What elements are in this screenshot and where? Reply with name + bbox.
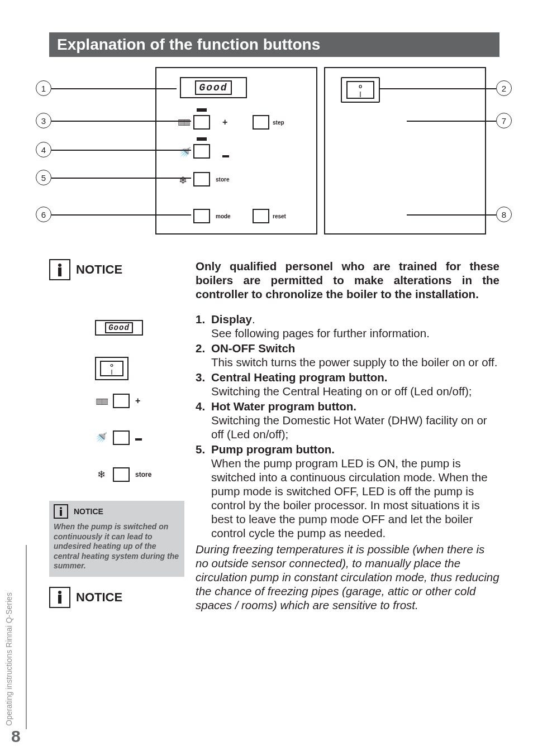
notice-label-top: NOTICE xyxy=(76,262,122,277)
notice-block-bottom: NOTICE xyxy=(49,587,184,608)
tap-icon: 🚿 xyxy=(179,146,191,159)
notice-block-top: NOTICE xyxy=(49,259,184,280)
mini-pump-row: ❄ store xyxy=(95,467,184,496)
leader-6 xyxy=(51,214,191,216)
mini-pump-button xyxy=(113,467,130,482)
control-panel-left: Good ▥▥ + step 🚿 ❄ store mode reset xyxy=(155,67,317,235)
leader-7 xyxy=(407,121,496,122)
switch-bottom-glyph: | xyxy=(360,91,361,97)
mini-store-label: store xyxy=(135,471,151,479)
callout-7: 7 xyxy=(496,113,512,128)
item-desc: When the pump program LED is ON, the pum… xyxy=(211,456,499,540)
item-number: 4. xyxy=(196,399,211,413)
item-title: Hot Water program button. xyxy=(211,400,356,413)
list-item: 3.Central Heating program button. Switch… xyxy=(196,370,499,398)
power-switch-face: o | xyxy=(346,81,374,99)
item-title: Central Heating program button. xyxy=(211,371,387,384)
mini-switch: o | xyxy=(95,357,184,386)
mini-lcd-text: Good xyxy=(105,322,133,333)
page-number: 8 xyxy=(11,727,21,746)
callout-8: 8 xyxy=(496,207,512,222)
callout-6: 6 xyxy=(36,207,51,222)
leader-5 xyxy=(51,178,191,179)
notice-label-bottom: NOTICE xyxy=(76,590,122,605)
lcd-display: Good xyxy=(180,77,247,98)
leader-4 xyxy=(51,150,191,151)
freeze-note: During freezing temperatures it is possi… xyxy=(196,542,499,612)
callout-2: 2 xyxy=(496,80,512,96)
item-desc: See following pages for further informat… xyxy=(211,326,499,340)
list-item: 2.ON-OFF Switch This switch turns the po… xyxy=(196,341,499,369)
mini-dhw-row: 🚿 xyxy=(95,430,184,460)
controller-diagram: Good ▥▥ + step 🚿 ❄ store mode reset xyxy=(49,67,499,246)
item-title-suffix: . xyxy=(252,313,255,326)
power-switch[interactable]: o | xyxy=(341,77,380,103)
mini-lcd: Good xyxy=(95,320,184,349)
list-item: 4.Hot Water program button. Switching th… xyxy=(196,399,499,441)
item-desc: Switching the Domestic Hot Water (DHW) f… xyxy=(211,413,499,441)
dhw-led xyxy=(197,137,207,141)
mini-ch-row: ▥▥ + xyxy=(95,394,184,423)
item-desc: This switch turns the power supply to th… xyxy=(211,355,499,369)
mode-button[interactable] xyxy=(193,209,210,223)
callout-4: 4 xyxy=(36,142,51,157)
reset-button[interactable] xyxy=(253,209,269,223)
item-title: Pump program button. xyxy=(211,443,335,456)
store-label: store xyxy=(216,176,229,183)
snowflake-icon: ❄ xyxy=(95,468,107,481)
small-notice-block: NOTICE When the pump is switched on cont… xyxy=(49,501,184,577)
callout-3: 3 xyxy=(36,113,51,128)
item-number: 2. xyxy=(196,341,211,355)
plus-icon: + xyxy=(222,117,227,127)
mode-label: mode xyxy=(216,213,231,219)
item-number: 1. xyxy=(196,312,211,326)
leader-2 xyxy=(380,88,496,89)
item-title: ON-OFF Switch xyxy=(211,342,295,355)
side-running-text: Operating instructions Rinnai Q-Series xyxy=(4,592,13,726)
lead-paragraph: Only qualified personel who are trained … xyxy=(196,259,499,301)
item-title: Display xyxy=(211,313,252,326)
leader-8 xyxy=(407,214,496,216)
info-icon xyxy=(54,504,68,519)
mini-ch-button xyxy=(113,394,130,408)
section-header: Explanation of the function buttons xyxy=(49,32,499,57)
callout-5: 5 xyxy=(36,170,51,185)
function-list: 1.Display. See following pages for furth… xyxy=(196,312,499,540)
item-desc: Switching the Central Heating on or off … xyxy=(211,384,499,398)
side-rule xyxy=(26,545,27,729)
dhw-button[interactable] xyxy=(193,144,210,159)
small-notice-label: NOTICE xyxy=(74,507,103,516)
leader-1 xyxy=(51,88,177,89)
ch-button[interactable] xyxy=(193,115,210,130)
info-icon xyxy=(49,259,70,280)
minus-icon xyxy=(135,433,142,443)
list-item: 1.Display. See following pages for furth… xyxy=(196,312,499,340)
lcd-text: Good xyxy=(195,80,231,95)
plus-icon: + xyxy=(135,396,140,406)
step-button[interactable] xyxy=(253,115,269,130)
radiator-icon: ▥▥ xyxy=(95,396,107,405)
minus-icon xyxy=(222,150,229,160)
mini-dhw-button xyxy=(113,430,130,445)
callout-1: 1 xyxy=(36,80,51,96)
mini-switch-bottom: | xyxy=(111,369,113,375)
snowflake-icon: ❄ xyxy=(179,174,187,186)
item-number: 5. xyxy=(196,442,211,456)
leader-3 xyxy=(51,121,191,122)
switch-top-glyph: o xyxy=(359,83,362,89)
small-notice-text: When the pump is switched on continuousl… xyxy=(54,522,180,571)
info-icon xyxy=(49,587,70,608)
reset-label: reset xyxy=(273,213,286,219)
item-number: 3. xyxy=(196,370,211,384)
list-item: 5.Pump program button. When the pump pro… xyxy=(196,442,499,540)
step-label: step xyxy=(273,119,284,126)
control-panel-right: o | xyxy=(324,67,486,235)
ch-led xyxy=(197,108,207,112)
pump-button[interactable] xyxy=(193,172,210,186)
mini-switch-top: o xyxy=(110,362,113,368)
radiator-icon: ▥▥ xyxy=(178,117,189,126)
tap-icon: 🚿 xyxy=(95,432,107,444)
